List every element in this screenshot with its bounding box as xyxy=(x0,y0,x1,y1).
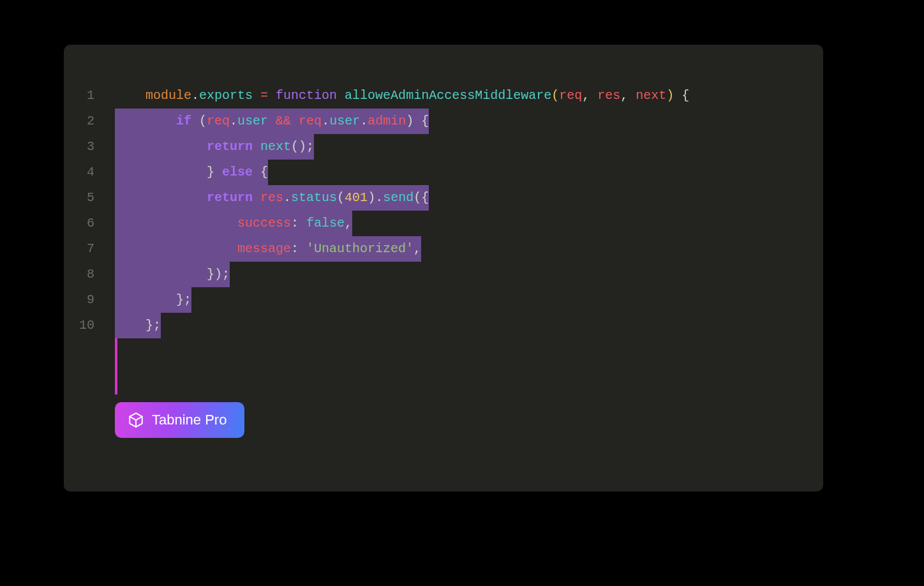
token: , xyxy=(345,211,352,236)
token: }) xyxy=(207,262,222,287)
badge-label: Tabnine Pro xyxy=(152,412,227,428)
code-content: }); xyxy=(115,262,230,287)
token: { xyxy=(674,83,689,109)
token: req xyxy=(559,83,582,109)
indent xyxy=(115,160,207,185)
token: 401 xyxy=(345,185,368,211)
code-line[interactable]: 9 }; xyxy=(64,287,823,313)
token: . xyxy=(375,185,383,211)
token: req xyxy=(207,109,230,134)
token: admin xyxy=(368,109,406,134)
token: ; xyxy=(222,262,230,287)
token: send xyxy=(383,185,414,211)
code-content: success: false, xyxy=(115,211,352,236)
token: next xyxy=(636,83,666,109)
token: ) xyxy=(406,109,414,134)
token: user xyxy=(329,109,360,134)
token: function xyxy=(276,83,345,109)
token: { xyxy=(421,185,429,211)
indent xyxy=(115,211,237,236)
code-content: message: 'Unauthorized', xyxy=(115,236,421,262)
line-number: 6 xyxy=(64,211,94,236)
line-number: 7 xyxy=(64,236,94,262)
code-line[interactable]: 7 message: 'Unauthorized', xyxy=(64,236,823,262)
token: ; xyxy=(306,134,314,160)
token: } xyxy=(207,160,214,185)
token: ( xyxy=(551,83,559,109)
indent xyxy=(115,236,237,262)
token: ) xyxy=(666,83,674,109)
line-number: 5 xyxy=(64,185,94,211)
token: ( xyxy=(337,185,345,211)
code-content: return next(); xyxy=(115,134,314,160)
token: { xyxy=(260,160,268,185)
indent xyxy=(115,83,145,109)
token: user xyxy=(237,109,268,134)
token: . xyxy=(230,109,237,134)
code-content: }; xyxy=(115,313,161,338)
code-line[interactable]: 3 return next(); xyxy=(64,134,823,160)
code-content: }; xyxy=(115,287,191,313)
token: else xyxy=(214,160,260,185)
code-lines: 1 module.exports = function alloweAdminA… xyxy=(64,83,823,338)
token: } xyxy=(145,313,153,338)
token: res xyxy=(260,185,283,211)
token: , xyxy=(414,236,421,262)
code-content: } else { xyxy=(115,160,268,185)
token: res xyxy=(597,83,620,109)
code-line[interactable]: 6 success: false, xyxy=(64,211,823,236)
code-line[interactable]: 2 if (req.user && req.user.admin) { xyxy=(64,109,823,134)
code-line[interactable]: 8 }); xyxy=(64,262,823,287)
token: { xyxy=(414,109,429,134)
token: : xyxy=(291,236,306,262)
tabnine-logo-icon xyxy=(128,412,144,428)
line-number: 2 xyxy=(64,109,94,134)
token: if xyxy=(176,109,199,134)
code-editor[interactable]: 1 module.exports = function alloweAdminA… xyxy=(64,45,823,492)
line-number: 1 xyxy=(64,83,94,109)
line-number: 4 xyxy=(64,160,94,185)
token: : xyxy=(291,211,306,236)
code-content: if (req.user && req.user.admin) { xyxy=(115,109,429,134)
token: ( xyxy=(199,109,207,134)
code-line[interactable]: 1 module.exports = function alloweAdminA… xyxy=(64,83,823,109)
token: return xyxy=(207,185,260,211)
code-line[interactable]: 4 } else { xyxy=(64,160,823,185)
token: . xyxy=(360,109,368,134)
line-number: 9 xyxy=(64,287,94,313)
indent xyxy=(115,185,207,211)
token: , xyxy=(582,83,597,109)
code-content: return res.status(401).send({ xyxy=(115,185,429,211)
token: false xyxy=(306,211,345,236)
code-line[interactable]: 10 }; xyxy=(64,313,823,338)
token: . xyxy=(191,83,199,109)
line-number: 8 xyxy=(64,262,94,287)
indent xyxy=(115,134,207,160)
token: next xyxy=(260,134,291,160)
token: req xyxy=(299,109,322,134)
token: = xyxy=(253,83,276,109)
token: ) xyxy=(368,185,375,211)
token: module xyxy=(145,83,191,109)
indent xyxy=(115,262,207,287)
token: message xyxy=(237,236,291,262)
token: exports xyxy=(199,83,253,109)
token: , xyxy=(620,83,636,109)
line-number: 10 xyxy=(64,313,94,338)
token: . xyxy=(283,185,291,211)
token: return xyxy=(207,134,260,160)
token: success xyxy=(237,211,291,236)
indent xyxy=(115,109,176,134)
tabnine-pro-badge[interactable]: Tabnine Pro xyxy=(115,402,244,438)
code-content: module.exports = function alloweAdminAcc… xyxy=(115,83,689,109)
token: () xyxy=(291,134,306,160)
token: ; xyxy=(153,313,161,338)
token: } xyxy=(176,287,184,313)
token: ; xyxy=(184,287,191,313)
token: . xyxy=(322,109,329,134)
token: 'Unauthorized' xyxy=(306,236,414,262)
token: ( xyxy=(414,185,421,211)
code-line[interactable]: 5 return res.status(401).send({ xyxy=(64,185,823,211)
line-number: 3 xyxy=(64,134,94,160)
token: alloweAdminAccessMiddleware xyxy=(345,83,551,109)
